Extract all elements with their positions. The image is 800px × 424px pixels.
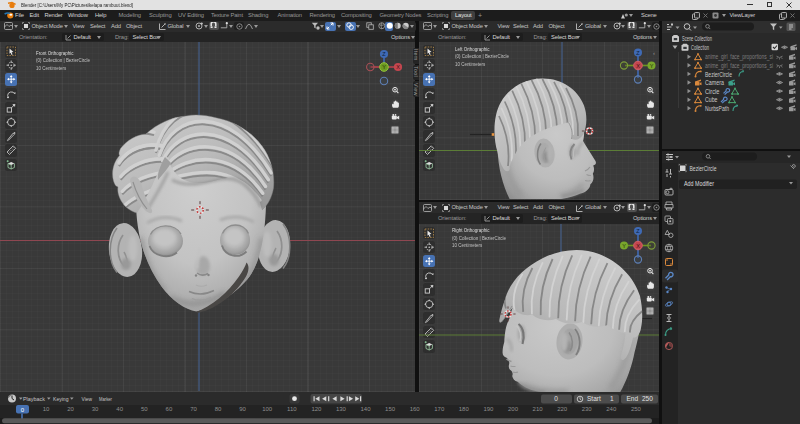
- svg-text:50: 50: [141, 406, 148, 412]
- svg-text:220: 220: [557, 406, 568, 412]
- svg-text:View: View: [82, 395, 93, 402]
- svg-text:240: 240: [606, 406, 617, 412]
- svg-text:End: End: [627, 395, 639, 402]
- svg-text:Playback: Playback: [23, 395, 46, 402]
- svg-text:130: 130: [336, 406, 347, 412]
- svg-text:Y: Y: [650, 63, 654, 69]
- svg-text:120: 120: [311, 406, 322, 412]
- svg-text:X: X: [636, 63, 640, 69]
- svg-text:Keying: Keying: [53, 395, 69, 402]
- svg-text:60: 60: [166, 406, 173, 412]
- svg-text:Add Modifier: Add Modifier: [684, 180, 715, 187]
- svg-text:NurbsPath: NurbsPath: [705, 104, 729, 111]
- svg-text:80: 80: [215, 406, 222, 412]
- svg-text:BezierCircle: BezierCircle: [705, 70, 732, 77]
- svg-text:200: 200: [508, 406, 519, 412]
- svg-text:250: 250: [642, 395, 653, 402]
- svg-text:170: 170: [434, 406, 445, 412]
- svg-text:190: 190: [483, 406, 494, 412]
- svg-text:30: 30: [92, 406, 99, 412]
- svg-text:150: 150: [385, 406, 396, 412]
- svg-text:70: 70: [190, 406, 197, 412]
- svg-text:90: 90: [239, 406, 246, 412]
- svg-text:X: X: [636, 242, 640, 248]
- svg-text:10: 10: [43, 406, 50, 412]
- svg-text:20: 20: [67, 406, 74, 412]
- svg-text:Circle: Circle: [705, 87, 720, 94]
- svg-text:110: 110: [287, 406, 297, 412]
- svg-text:BezierCircle: BezierCircle: [690, 165, 717, 172]
- svg-text:180: 180: [459, 406, 470, 412]
- svg-text:40: 40: [116, 406, 123, 412]
- svg-text:Start: Start: [587, 395, 601, 402]
- svg-text:100: 100: [262, 406, 273, 412]
- svg-text:Collection: Collection: [691, 44, 709, 51]
- svg-text:anime_girl_face_proportions_si: anime_girl_face_proportions_si: [705, 53, 773, 61]
- svg-text:anime_girl_face_proportions_si: anime_girl_face_proportions_si: [705, 61, 773, 69]
- svg-text:Y: Y: [622, 242, 626, 248]
- svg-text:250: 250: [631, 406, 642, 412]
- svg-text:0: 0: [554, 395, 558, 402]
- svg-text:230: 230: [582, 406, 593, 412]
- svg-text:Camera: Camera: [705, 79, 724, 86]
- svg-text:Scene Collection: Scene Collection: [682, 35, 712, 42]
- svg-text:Marker: Marker: [99, 395, 112, 402]
- svg-text:160: 160: [410, 406, 421, 412]
- svg-text:140: 140: [360, 406, 371, 412]
- svg-text:Cube: Cube: [705, 96, 718, 103]
- svg-text:210: 210: [533, 406, 544, 412]
- svg-text:1: 1: [610, 395, 614, 402]
